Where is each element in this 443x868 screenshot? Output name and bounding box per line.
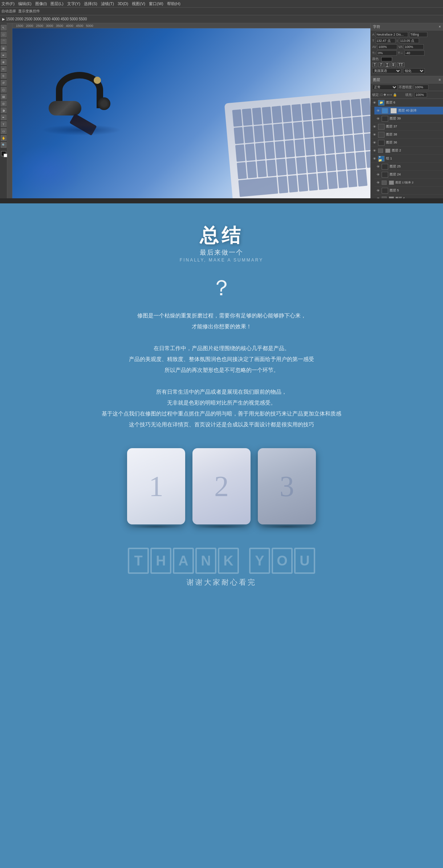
ps-menu-file[interactable]: 文件(F) (1, 1, 15, 7)
layers-menu-icon[interactable]: ≡ (439, 78, 441, 82)
italic-btn[interactable]: T (378, 62, 383, 67)
crop-tool-icon[interactable]: ⊞ (1, 45, 7, 51)
layer-eye[interactable]: 👁 (376, 117, 380, 121)
font-size-input[interactable] (375, 38, 395, 43)
aa-select[interactable]: 锐化 (403, 68, 425, 73)
layer-item-group1[interactable]: 👁 ▼📁 组 1 (371, 155, 443, 163)
layer-eye[interactable]: 👁 (372, 125, 377, 129)
layer-item-38[interactable]: 👁 图层 38 (371, 131, 443, 139)
brush-tool-icon[interactable]: ✏ (1, 66, 7, 72)
font-style-input[interactable] (409, 32, 427, 37)
color-swatch[interactable] (381, 57, 392, 61)
ps-menu-window[interactable]: 窗口(W) (149, 1, 163, 7)
ps-menubar[interactable]: 文件(F) 编辑(E) 图像(I) 图层(L) 文字(Y) 选择(S) 滤镜(T… (0, 0, 443, 7)
layer-eye[interactable]: 👁 (376, 188, 380, 193)
lasso-tool-icon[interactable]: ⌒ (1, 38, 7, 44)
clone-tool-icon[interactable]: ⎘ (1, 73, 7, 79)
layer-item-5[interactable]: 👁 图层 5 (374, 187, 443, 195)
kern-input[interactable] (377, 44, 397, 49)
layer-eye[interactable]: 👁 (372, 141, 377, 145)
layer-item-17copy2[interactable]: 👁 图层 17副本 2 (374, 179, 443, 187)
caps-btn[interactable]: TT (397, 62, 404, 67)
hscale-input[interactable] (405, 50, 424, 56)
dodge-tool-icon[interactable]: ◑ (1, 108, 7, 113)
layer-eye[interactable]: 👁 (372, 133, 377, 137)
earphone-body (49, 101, 81, 115)
summary-para2-line3: 所以产品的再次塑形也是不可忽略的一个环节。 (94, 365, 349, 376)
move-tool-icon[interactable]: ↖ (1, 25, 7, 31)
summary-para1-line2: 才能修出你想要的效果！ (94, 321, 349, 332)
layer-eye[interactable]: 👁 (376, 109, 380, 113)
zoom-tool-icon[interactable]: 🔍 (1, 142, 7, 148)
fill-input[interactable] (414, 92, 427, 97)
leading-input[interactable] (399, 38, 419, 43)
layer-item-37[interactable]: 👁 图层 37 (371, 123, 443, 131)
ps-left-tool-panel[interactable]: ↖ □ ⌒ ⊞ ✒ ⊕ ✏ ⎘ ↺ ◻ ▤ ◎ ◑ ✒ T ▭ ✋ 🔍 (0, 23, 7, 198)
layers-lock-row[interactable]: 锁定: □ ✚ ⟻ 🔒 填充: (371, 91, 443, 99)
language-select[interactable]: 美国英语 (372, 68, 401, 73)
layer-item-group6[interactable]: 👁 📁 图层 6 (371, 99, 443, 107)
layer-thumb (382, 172, 388, 178)
layer-item-4[interactable]: 👁 图层 4 (374, 195, 443, 198)
history-tool-icon[interactable]: ↺ (1, 80, 7, 86)
summary-para3-line4: 这个技巧无论用在详情页、首页设计还是合成以及平面设计都是很实用的技巧 (76, 419, 367, 430)
underline-btn[interactable]: T (385, 62, 390, 67)
ps-menu-view[interactable]: 视图(V) (132, 1, 145, 7)
letter-K: K (218, 548, 239, 574)
ps-menu-3d[interactable]: 3D(D) (118, 1, 128, 6)
vscale-input[interactable] (377, 50, 397, 56)
font-family-input[interactable] (375, 32, 408, 37)
text-tool-icon[interactable]: T (1, 121, 7, 127)
layer-eye[interactable]: 👁 (376, 196, 380, 199)
foreground-color-icon[interactable] (1, 151, 6, 156)
layer-item-40copy[interactable]: 👁 图层 40 副本 (374, 107, 443, 115)
layer-eye[interactable]: 👁 (376, 165, 380, 169)
ps-menu-layer[interactable]: 图层(L) (50, 1, 63, 7)
ps-menu-edit[interactable]: 编辑(E) (18, 1, 32, 7)
marquee-tool-icon[interactable]: □ (1, 32, 7, 37)
ps-menu-filter[interactable]: 滤镜(T) (101, 1, 114, 7)
layer-item-2[interactable]: 👁 图层 2 (371, 147, 443, 155)
bold-btn[interactable]: T (372, 62, 377, 67)
ps-top-toolbar[interactable]: 自动选择 显示变换控件 (0, 7, 443, 15)
card-1-wrapper: 1 (127, 448, 185, 526)
layers-header[interactable]: 图层 ≡ (371, 76, 443, 84)
blur-tool-icon[interactable]: ◎ (1, 101, 7, 106)
ps-menu-image[interactable]: 图像(I) (35, 1, 47, 7)
char-panel-header[interactable]: 字符 × (371, 23, 443, 31)
layer-item-24[interactable]: 👁 图层 24 (374, 171, 443, 179)
layer-item-36[interactable]: 👁 图层 36 (371, 139, 443, 147)
layer-eye[interactable]: 👁 (372, 149, 377, 153)
layer-item-25[interactable]: 👁 图层 25 (374, 163, 443, 171)
eraser-tool-icon[interactable]: ◻ (1, 87, 7, 93)
layer-thumb (382, 196, 387, 199)
layer-eye[interactable]: 👁 (376, 181, 380, 185)
blend-mode-select[interactable]: 正常 (372, 85, 398, 90)
char-panel-close[interactable]: × (439, 25, 441, 29)
summary-para1: 修图是一个枯燥的重复折磨过程，需要你有足够的耐心能够静下心来， 才能修出你想要的… (94, 310, 349, 332)
layer-item-39[interactable]: 👁 图层 39 (374, 115, 443, 123)
earphone-shadow (41, 125, 121, 135)
shape-tool-icon[interactable]: ▭ (1, 128, 7, 134)
layer-eye[interactable]: 👁 (376, 173, 380, 177)
layers-blend-row[interactable]: 正常 不透明度: (371, 84, 443, 91)
layer-eye[interactable]: 👁 (372, 157, 377, 161)
eyedrop-tool-icon[interactable]: ✒ (1, 52, 7, 58)
summary-para3: 所有日常生活中的产品或者是展现在我们眼前的物品， 无非就是色彩的明暗对比所产生的… (76, 386, 367, 430)
gradient-tool-icon[interactable]: ▤ (1, 94, 7, 100)
opacity-input[interactable] (414, 85, 428, 90)
ps-auto-select-label: 自动选择 (1, 9, 16, 14)
strikethrough-btn[interactable]: T̶ (391, 62, 396, 67)
pen-tool-icon[interactable]: ✒ (1, 114, 7, 120)
ps-menu-select[interactable]: 选择(S) (84, 1, 97, 7)
summary-section: 总结 最后来做一个 FINALLY, MAKE A SUMMARY ？ 修图是一… (0, 203, 443, 631)
track-input[interactable] (404, 44, 424, 49)
ps-canvas[interactable]: 1500 2000 2500 3000 3500 4000 4500 5000 (12, 23, 370, 198)
letter-space (240, 548, 248, 574)
heal-tool-icon[interactable]: ⊕ (1, 59, 7, 65)
ps-menu-help[interactable]: 帮助(H) (167, 1, 180, 7)
hand-tool-icon[interactable]: ✋ (1, 135, 7, 141)
layer-eye[interactable]: 👁 (372, 101, 377, 105)
blue-glow (12, 144, 85, 198)
ps-menu-text[interactable]: 文字(Y) (67, 1, 81, 7)
